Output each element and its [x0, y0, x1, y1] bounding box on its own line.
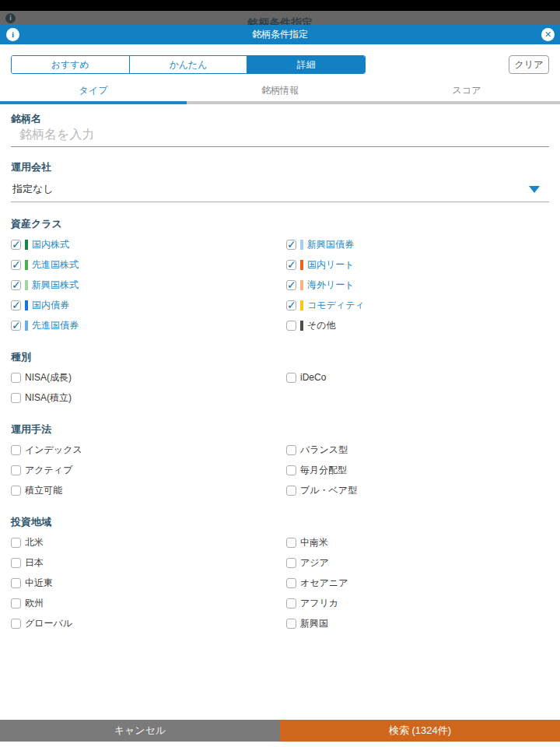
search-button[interactable]: 検索 (1324件)	[280, 720, 560, 742]
section-column: インデックスアクティブ積立可能	[11, 440, 286, 500]
checkbox-box[interactable]	[286, 486, 296, 496]
checkbox-other[interactable]: その他	[286, 315, 549, 335]
form-content: 銘柄名 運用会社 指定なし 資産クラス国内株式先進国株式新興国株式国内債券先進国…	[0, 99, 560, 633]
section-column: 北米日本中近東欧州グローバル	[11, 532, 286, 633]
checkbox-label: NISA(積立)	[25, 391, 72, 405]
category-color-bar	[25, 321, 28, 331]
section-columns: 北米日本中近東欧州グローバル中南米アジアオセアニアアフリカ新興国	[11, 532, 549, 633]
checkbox-label: 新興国債券	[307, 238, 354, 251]
checkbox-nisa-growth[interactable]: NISA(成長)	[11, 367, 286, 388]
checkbox-box[interactable]	[286, 445, 296, 455]
checkbox-box[interactable]	[286, 260, 296, 270]
checkbox-box[interactable]	[11, 486, 21, 496]
chevron-down-icon	[529, 186, 540, 193]
checkbox-box[interactable]	[11, 260, 21, 270]
checkbox-active[interactable]: アクティブ	[11, 460, 286, 480]
section-column: NISA(成長)NISA(積立)	[11, 367, 286, 408]
checkbox-box[interactable]	[286, 240, 296, 250]
section-title-management-style: 運用手法	[11, 423, 549, 437]
checkbox-label: ブル・ベア型	[300, 484, 357, 497]
checkbox-box[interactable]	[11, 619, 21, 629]
checkbox-box[interactable]	[11, 280, 21, 290]
checkbox-box[interactable]	[11, 393, 21, 403]
checkbox-label: 先進国株式	[32, 258, 79, 272]
checkbox-box[interactable]	[11, 240, 21, 250]
checkbox-europe[interactable]: 欧州	[11, 593, 286, 613]
checkbox-box[interactable]	[286, 578, 296, 588]
search-condition-screen: i 銘柄条件指定 i 銘柄条件指定 ✕ おすすめかんたん詳細 クリア タイプ銘柄…	[0, 0, 560, 747]
checkbox-domestic-equity[interactable]: 国内株式	[11, 234, 286, 254]
checkbox-developed-equity[interactable]: 先進国株式	[11, 254, 286, 275]
mode-tab-detail[interactable]: 詳細	[247, 56, 365, 73]
checkbox-box[interactable]	[286, 598, 296, 608]
status-bar	[0, 0, 560, 11]
checkbox-latin-america[interactable]: 中南米	[286, 532, 549, 552]
modal-header: i 銘柄条件指定 ✕	[0, 25, 560, 44]
category-color-bar	[300, 321, 303, 331]
checkbox-emerging-bond[interactable]: 新興国債券	[286, 234, 549, 254]
clear-button[interactable]: クリア	[509, 55, 549, 74]
management-company-select[interactable]: 指定なし	[11, 179, 549, 202]
section-investment-region: 投資地域北米日本中近東欧州グローバル中南米アジアオセアニアアフリカ新興国	[11, 515, 549, 633]
checkbox-middle-east[interactable]: 中近東	[11, 573, 286, 593]
checkbox-developed-bond[interactable]: 先進国債券	[11, 315, 286, 335]
checkbox-overseas-reit[interactable]: 海外リート	[286, 275, 549, 295]
checkbox-box[interactable]	[286, 280, 296, 290]
checkbox-label: その他	[307, 319, 336, 332]
checkbox-box[interactable]	[286, 465, 296, 475]
checkbox-north-america[interactable]: 北米	[11, 532, 286, 552]
checkbox-box[interactable]	[11, 445, 21, 455]
checkbox-box[interactable]	[286, 373, 296, 383]
checkbox-box[interactable]	[11, 538, 21, 548]
mode-tab-recommended[interactable]: おすすめ	[12, 56, 130, 73]
checkbox-japan[interactable]: 日本	[11, 552, 286, 573]
checkbox-label: 先進国債券	[32, 319, 79, 332]
checkbox-nisa-tsumitate[interactable]: NISA(積立)	[11, 388, 286, 408]
checkbox-domestic-reit[interactable]: 国内リート	[286, 254, 549, 275]
close-icon[interactable]: ✕	[541, 28, 555, 41]
checkbox-emerging-markets[interactable]: 新興国	[286, 613, 549, 633]
checkbox-label: 欧州	[25, 597, 44, 610]
section-account-type: 種別NISA(成長)NISA(積立)iDeCo	[11, 350, 549, 408]
checkbox-box[interactable]	[286, 558, 296, 568]
info-icon[interactable]: i	[6, 28, 19, 41]
mode-tab-simple[interactable]: かんたん	[130, 56, 248, 73]
fund-name-input[interactable]	[11, 126, 549, 147]
checkbox-label: iDeCo	[300, 372, 326, 383]
checkbox-box[interactable]	[286, 538, 296, 548]
checkbox-commodity[interactable]: コモディティ	[286, 295, 549, 315]
checkbox-box[interactable]	[11, 321, 21, 331]
checkbox-domestic-bond[interactable]: 国内債券	[11, 295, 286, 315]
category-color-bar	[25, 300, 28, 310]
section-columns: インデックスアクティブ積立可能バランス型毎月分配型ブル・ベア型	[11, 440, 549, 500]
checkbox-box[interactable]	[11, 465, 21, 475]
cancel-button[interactable]: キャンセル	[0, 720, 280, 742]
checkbox-monthly-dividend[interactable]: 毎月分配型	[286, 460, 549, 480]
checkbox-box[interactable]	[11, 373, 21, 383]
checkbox-box[interactable]	[11, 578, 21, 588]
checkbox-bull-bear[interactable]: ブル・ベア型	[286, 480, 549, 500]
category-color-bar	[300, 240, 303, 250]
checkbox-oceania[interactable]: オセアニア	[286, 573, 549, 593]
checkbox-label: オセアニア	[300, 577, 348, 590]
checkbox-asia[interactable]: アジア	[286, 552, 549, 573]
mode-tab-group: おすすめかんたん詳細	[11, 55, 366, 74]
checkbox-box[interactable]	[286, 300, 296, 310]
section-column: 国内株式先進国株式新興国株式国内債券先進国債券	[11, 234, 286, 335]
checkbox-balance[interactable]: バランス型	[286, 440, 549, 460]
checkbox-label: バランス型	[300, 444, 348, 457]
checkbox-africa[interactable]: アフリカ	[286, 593, 549, 613]
sections: 資産クラス国内株式先進国株式新興国株式国内債券先進国債券新興国債券国内リート海外…	[11, 217, 549, 633]
checkbox-box[interactable]	[11, 558, 21, 568]
checkbox-box[interactable]	[286, 321, 296, 331]
management-company-label: 運用会社	[11, 160, 549, 174]
checkbox-global[interactable]: グローバル	[11, 613, 286, 633]
checkbox-emerging-equity[interactable]: 新興国株式	[11, 275, 286, 295]
checkbox-index[interactable]: インデックス	[11, 440, 286, 460]
checkbox-tsumitate-available[interactable]: 積立可能	[11, 480, 286, 500]
checkbox-box[interactable]	[11, 300, 21, 310]
section-columns: 国内株式先進国株式新興国株式国内債券先進国債券新興国債券国内リート海外リートコモ…	[11, 234, 549, 335]
checkbox-box[interactable]	[11, 598, 21, 608]
checkbox-box[interactable]	[286, 619, 296, 629]
checkbox-ideco[interactable]: iDeCo	[286, 367, 549, 388]
